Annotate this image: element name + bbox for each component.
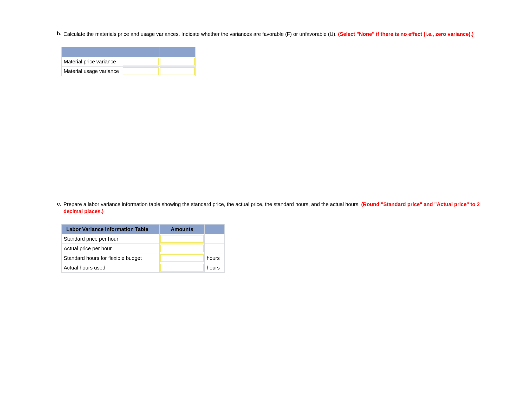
table-header-row: [62, 47, 196, 57]
row-unit: [205, 234, 225, 244]
materials-variance-table: Material price variance Material usage v…: [61, 47, 196, 76]
material-usage-variance-value-input[interactable]: [123, 67, 159, 75]
question-text: Prepare a labor variance information tab…: [63, 201, 480, 215]
row-label: Actual hours used: [62, 263, 160, 273]
table-row: Actual hours used hours: [62, 263, 225, 273]
row-label: Standard hours for flexible budget: [62, 253, 160, 263]
input-cell: [160, 253, 205, 263]
table-header-cell: [62, 47, 122, 57]
input-cell: [160, 234, 205, 244]
question-letter: c.: [52, 201, 63, 207]
table-header-cell: [205, 225, 225, 234]
row-unit: hours: [205, 263, 225, 273]
question-text-plain: Calculate the materials price and usage …: [63, 31, 338, 37]
question-b: b. Calculate the materials price and usa…: [52, 31, 480, 38]
material-price-variance-value-input[interactable]: [123, 58, 159, 65]
question-text-plain: Prepare a labor variance information tab…: [63, 201, 361, 207]
table-header-cell: Amounts: [160, 225, 205, 234]
material-usage-variance-fu-input[interactable]: [160, 67, 195, 75]
input-cell: [160, 244, 205, 253]
row-label: Actual price per hour: [62, 244, 160, 253]
table-b-wrap: Material price variance Material usage v…: [61, 47, 480, 76]
input-cell: [159, 67, 196, 76]
table-header-row: Labor Variance Information Table Amounts: [62, 225, 225, 234]
table-c-wrap: Labor Variance Information Table Amounts…: [61, 224, 480, 273]
table-row: Standard price per hour: [62, 234, 225, 244]
input-cell: [160, 263, 205, 273]
question-text: Calculate the materials price and usage …: [63, 31, 480, 38]
page: b. Calculate the materials price and usa…: [0, 0, 532, 408]
row-label: Material usage variance: [62, 67, 122, 76]
table-row: Material usage variance: [62, 67, 196, 76]
question-text-red: (Select "None" if there is no effect (i.…: [338, 31, 473, 37]
row-label: Standard price per hour: [62, 234, 160, 244]
row-unit: hours: [205, 253, 225, 263]
input-cell: [122, 57, 159, 67]
table-row: Material price variance: [62, 57, 196, 67]
table-header-cell: Labor Variance Information Table: [62, 225, 160, 234]
question-c: c. Prepare a labor variance information …: [52, 201, 480, 215]
row-label: Material price variance: [62, 57, 122, 67]
actual-price-input[interactable]: [160, 245, 204, 252]
row-unit: [205, 244, 225, 253]
table-row: Actual price per hour: [62, 244, 225, 253]
table-header-cell: [122, 47, 159, 57]
input-cell: [159, 57, 196, 67]
vertical-gap: [52, 76, 480, 201]
table-row: Standard hours for flexible budget hours: [62, 253, 225, 263]
standard-hours-input[interactable]: [160, 254, 204, 262]
standard-price-input[interactable]: [160, 235, 204, 243]
question-letter: b.: [52, 31, 63, 37]
table-header-cell: [159, 47, 196, 57]
material-price-variance-fu-input[interactable]: [160, 58, 195, 65]
labor-variance-table: Labor Variance Information Table Amounts…: [61, 224, 225, 273]
actual-hours-input[interactable]: [160, 264, 204, 272]
input-cell: [122, 67, 159, 76]
